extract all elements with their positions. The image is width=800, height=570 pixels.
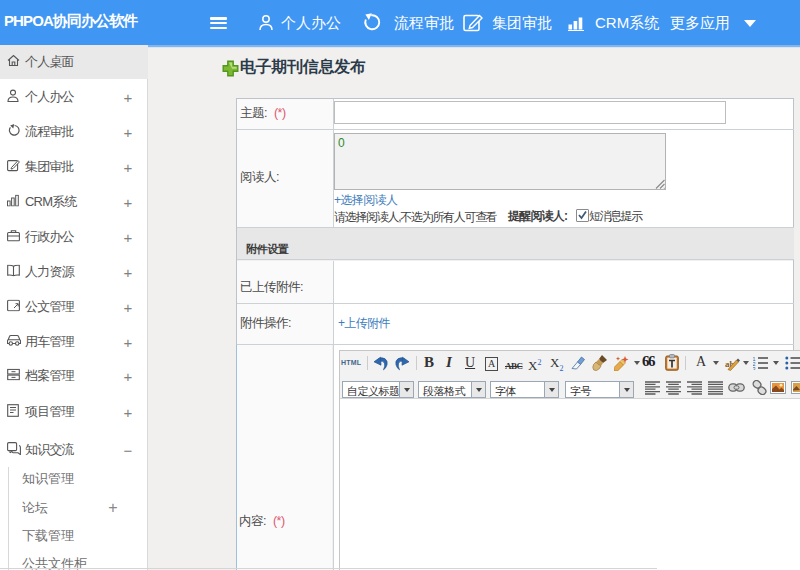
svg-text:3: 3: [753, 366, 756, 370]
